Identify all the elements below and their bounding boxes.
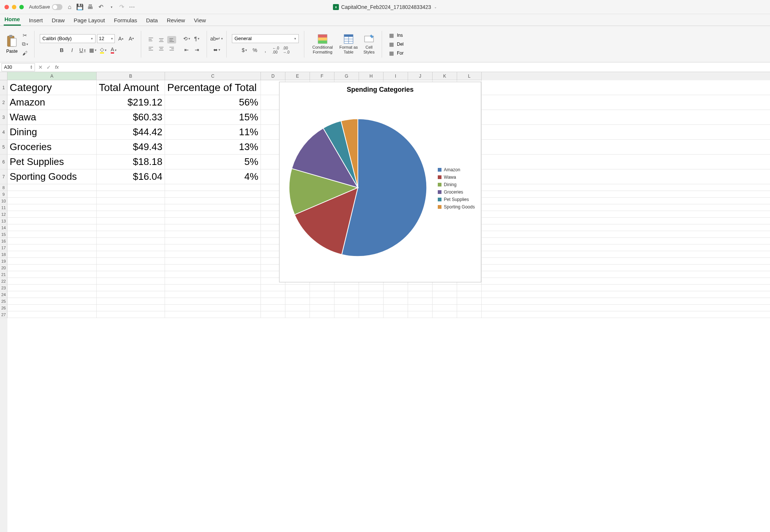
align-top-button[interactable] bbox=[146, 36, 155, 43]
row-header-8[interactable]: 8 bbox=[0, 184, 7, 191]
maximize-window-button[interactable] bbox=[19, 5, 24, 9]
cell[interactable] bbox=[7, 224, 97, 231]
cell[interactable] bbox=[7, 251, 97, 257]
cancel-formula-button[interactable]: ✕ bbox=[36, 63, 45, 71]
cell[interactable] bbox=[359, 285, 384, 291]
cell[interactable] bbox=[285, 305, 310, 311]
cell[interactable] bbox=[165, 251, 261, 257]
row-header-22[interactable]: 22 bbox=[0, 278, 7, 285]
cell[interactable] bbox=[310, 311, 334, 318]
cell[interactable] bbox=[165, 184, 261, 191]
tab-review[interactable]: Review bbox=[166, 15, 186, 26]
format-painter-button[interactable]: 🖌 bbox=[21, 49, 29, 57]
cell[interactable] bbox=[165, 238, 261, 244]
undo-dropdown-icon[interactable]: ▾ bbox=[108, 4, 114, 10]
cell[interactable] bbox=[165, 198, 261, 204]
cell[interactable] bbox=[165, 311, 261, 318]
close-window-button[interactable] bbox=[4, 5, 9, 9]
autosave-toggle[interactable]: AutoSave bbox=[29, 4, 62, 10]
cell[interactable] bbox=[359, 298, 384, 304]
cell[interactable] bbox=[97, 271, 165, 278]
copy-button[interactable]: ⧉▾ bbox=[21, 40, 29, 48]
row-header-25[interactable]: 25 bbox=[0, 298, 7, 305]
name-box[interactable]: A30▴▾ bbox=[1, 63, 35, 71]
bold-button[interactable]: B bbox=[57, 46, 66, 54]
cell[interactable] bbox=[7, 291, 97, 298]
cell[interactable] bbox=[97, 251, 165, 257]
cell[interactable] bbox=[285, 291, 310, 298]
font-name-select[interactable]: Calibri (Body)▾ bbox=[40, 34, 96, 43]
cell[interactable]: $18.18 bbox=[97, 155, 165, 169]
cell[interactable] bbox=[261, 298, 285, 304]
cell[interactable] bbox=[457, 291, 482, 298]
cell[interactable] bbox=[97, 184, 165, 191]
cell[interactable]: $44.42 bbox=[97, 125, 165, 139]
cell[interactable] bbox=[7, 238, 97, 244]
cell[interactable] bbox=[165, 305, 261, 311]
cell[interactable]: 4% bbox=[165, 169, 261, 184]
cell[interactable] bbox=[408, 311, 433, 318]
wrap-text-button[interactable]: ab↵▾ bbox=[212, 35, 221, 43]
cell[interactable] bbox=[165, 265, 261, 271]
paste-button[interactable]: Paste bbox=[6, 35, 18, 54]
column-header-G[interactable]: G bbox=[334, 72, 359, 80]
legend-item-dining[interactable]: Dining bbox=[438, 182, 475, 187]
cell[interactable] bbox=[384, 291, 408, 298]
row-header-26[interactable]: 26 bbox=[0, 305, 7, 311]
row-header-9[interactable]: 9 bbox=[0, 191, 7, 198]
column-header-J[interactable]: J bbox=[408, 72, 433, 80]
cell[interactable] bbox=[7, 265, 97, 271]
cell[interactable] bbox=[97, 191, 165, 197]
cell[interactable]: $219.12 bbox=[97, 95, 165, 110]
font-color-button[interactable]: A▾ bbox=[109, 46, 118, 54]
column-header-B[interactable]: B bbox=[97, 72, 165, 80]
confirm-formula-button[interactable]: ✓ bbox=[45, 63, 53, 71]
cell[interactable] bbox=[97, 238, 165, 244]
cell[interactable] bbox=[7, 278, 97, 284]
cell[interactable] bbox=[359, 311, 384, 318]
cells-area[interactable]: Spending Categories AmazonWawaDiningGroc… bbox=[7, 80, 770, 532]
cell[interactable] bbox=[285, 298, 310, 304]
print-icon[interactable]: 🖶 bbox=[87, 4, 94, 10]
save-icon[interactable]: 💾 bbox=[77, 4, 83, 10]
cell[interactable] bbox=[408, 291, 433, 298]
cell[interactable]: Total Amount bbox=[97, 80, 165, 95]
legend-item-groceries[interactable]: Groceries bbox=[438, 189, 475, 195]
insert-cells-icon[interactable]: ▦ bbox=[387, 32, 395, 39]
cell[interactable]: Wawa bbox=[7, 110, 97, 124]
cell[interactable] bbox=[334, 291, 359, 298]
cell[interactable] bbox=[384, 285, 408, 291]
fx-icon[interactable]: fx bbox=[53, 64, 61, 70]
merge-button[interactable]: ⬌▾ bbox=[212, 46, 221, 54]
tab-formulas[interactable]: Formulas bbox=[113, 15, 138, 26]
row-header-15[interactable]: 15 bbox=[0, 231, 7, 238]
chart-object[interactable]: Spending Categories AmazonWawaDiningGroc… bbox=[279, 82, 481, 282]
cut-button[interactable]: ✂ bbox=[21, 32, 29, 39]
cell[interactable] bbox=[7, 244, 97, 251]
cell[interactable]: Groceries bbox=[7, 140, 97, 154]
row-header-20[interactable]: 20 bbox=[0, 265, 7, 271]
cell[interactable] bbox=[165, 291, 261, 298]
cell[interactable] bbox=[334, 311, 359, 318]
row-header-21[interactable]: 21 bbox=[0, 271, 7, 278]
currency-button[interactable]: $▾ bbox=[240, 46, 249, 54]
cell[interactable] bbox=[408, 285, 433, 291]
cell[interactable] bbox=[97, 198, 165, 204]
cell[interactable] bbox=[165, 218, 261, 224]
minimize-window-button[interactable] bbox=[12, 5, 16, 9]
cell[interactable] bbox=[165, 285, 261, 291]
cell[interactable] bbox=[261, 291, 285, 298]
cell[interactable] bbox=[7, 198, 97, 204]
cell[interactable] bbox=[334, 285, 359, 291]
column-header-D[interactable]: D bbox=[261, 72, 285, 80]
cell[interactable]: 13% bbox=[165, 140, 261, 154]
percent-button[interactable]: % bbox=[250, 46, 259, 54]
column-header-I[interactable]: I bbox=[384, 72, 408, 80]
document-title[interactable]: x CapitalOne_Feb2024_1718024833423 ⌄ bbox=[333, 4, 437, 10]
borders-button[interactable]: ▦▾ bbox=[88, 46, 97, 54]
redo-icon[interactable]: ↷ bbox=[118, 4, 125, 10]
column-header-L[interactable]: L bbox=[457, 72, 482, 80]
row-header-1[interactable]: 1 bbox=[0, 80, 7, 95]
row-header-7[interactable]: 7 bbox=[0, 169, 7, 184]
cell[interactable] bbox=[165, 231, 261, 237]
